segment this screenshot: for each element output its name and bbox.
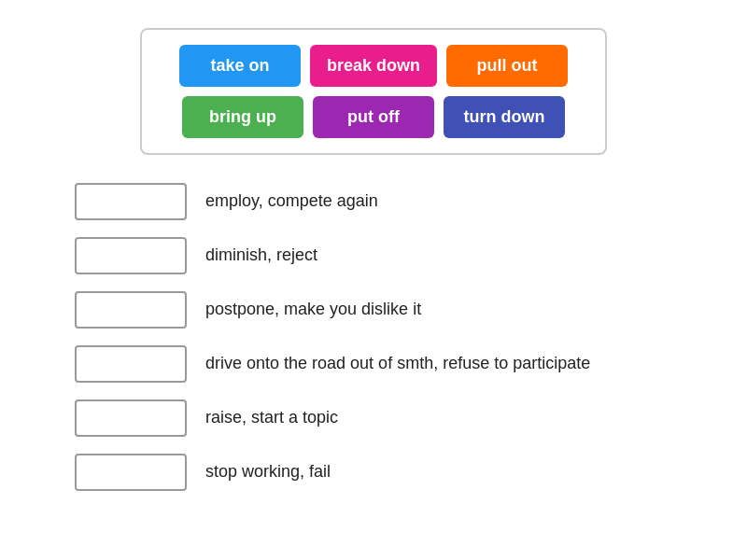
match-box-4[interactable] xyxy=(75,345,187,383)
match-box-6[interactable] xyxy=(75,454,187,491)
match-definition-1: employ, compete again xyxy=(205,189,378,213)
match-box-3[interactable] xyxy=(75,291,187,329)
btn-break-down[interactable]: break down xyxy=(310,45,437,87)
match-definition-5: raise, start a topic xyxy=(205,406,338,429)
word-bank-row-2: bring up put off turn down xyxy=(161,96,586,138)
btn-put-off[interactable]: put off xyxy=(313,96,434,138)
match-definition-3: postpone, make you dislike it xyxy=(205,298,421,321)
match-item-2: diminish, reject xyxy=(75,237,728,274)
btn-take-on[interactable]: take on xyxy=(179,45,301,87)
match-box-1[interactable] xyxy=(75,183,187,220)
word-bank: take on break down pull out bring up put… xyxy=(140,28,607,155)
match-item-1: employ, compete again xyxy=(75,183,728,220)
match-item-6: stop working, fail xyxy=(75,454,728,491)
btn-turn-down[interactable]: turn down xyxy=(444,96,565,138)
match-definition-6: stop working, fail xyxy=(205,460,331,483)
match-list: employ, compete again diminish, reject p… xyxy=(75,183,728,491)
match-item-5: raise, start a topic xyxy=(75,399,728,437)
match-item-4: drive onto the road out of smth, refuse … xyxy=(75,345,728,383)
word-bank-row-1: take on break down pull out xyxy=(161,45,586,87)
match-item-3: postpone, make you dislike it xyxy=(75,291,728,329)
match-definition-4: drive onto the road out of smth, refuse … xyxy=(205,352,590,375)
match-definition-2: diminish, reject xyxy=(205,244,317,267)
btn-pull-out[interactable]: pull out xyxy=(446,45,568,87)
match-box-2[interactable] xyxy=(75,237,187,274)
match-box-5[interactable] xyxy=(75,399,187,437)
btn-bring-up[interactable]: bring up xyxy=(182,96,303,138)
